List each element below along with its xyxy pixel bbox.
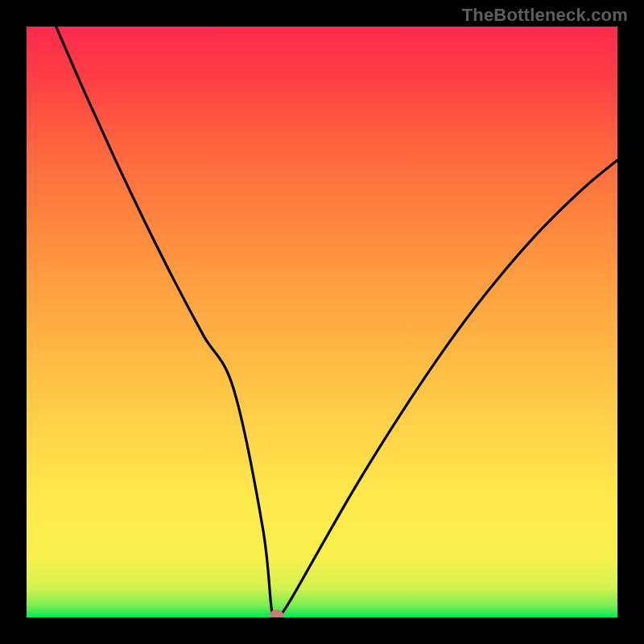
gradient-background bbox=[27, 27, 617, 617]
chart-svg bbox=[27, 27, 617, 617]
chart-frame: TheBottleneck.com bbox=[0, 0, 644, 644]
plot-area bbox=[27, 27, 617, 617]
watermark-text: TheBottleneck.com bbox=[462, 5, 628, 26]
